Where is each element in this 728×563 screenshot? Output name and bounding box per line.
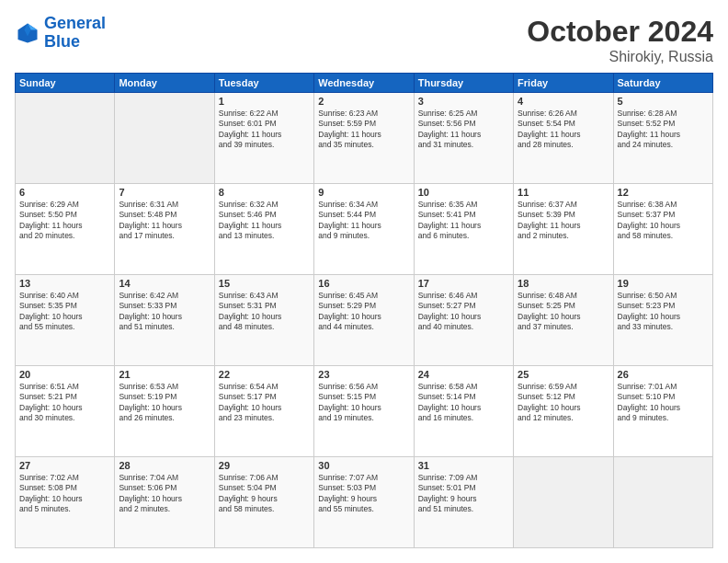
day-content: Sunrise: 6:26 AM Sunset: 5:54 PM Dayligh… [518, 109, 609, 151]
day-content: Sunrise: 6:34 AM Sunset: 5:44 PM Dayligh… [318, 200, 409, 242]
day-cell: 21Sunrise: 6:53 AM Sunset: 5:19 PM Dayli… [115, 366, 214, 457]
day-content: Sunrise: 6:43 AM Sunset: 5:31 PM Dayligh… [219, 291, 310, 333]
day-cell [115, 93, 214, 184]
calendar-body: 1Sunrise: 6:22 AM Sunset: 6:01 PM Daylig… [16, 93, 713, 548]
day-content: Sunrise: 6:25 AM Sunset: 5:56 PM Dayligh… [418, 109, 509, 151]
logo: General Blue [15, 15, 106, 52]
logo-line1: General [44, 14, 106, 32]
calendar-table: Sunday Monday Tuesday Wednesday Thursday… [15, 73, 713, 548]
day-content: Sunrise: 7:04 AM Sunset: 5:06 PM Dayligh… [119, 473, 210, 515]
day-number: 27 [19, 460, 110, 471]
day-cell: 20Sunrise: 6:51 AM Sunset: 5:21 PM Dayli… [16, 366, 115, 457]
day-number: 4 [518, 96, 609, 107]
day-cell: 26Sunrise: 7:01 AM Sunset: 5:10 PM Dayli… [613, 366, 712, 457]
day-number: 1 [219, 96, 310, 107]
day-content: Sunrise: 6:56 AM Sunset: 5:15 PM Dayligh… [318, 382, 409, 424]
header: General Blue October 2024 Shirokiy, Russ… [15, 15, 713, 65]
day-number: 17 [418, 278, 509, 289]
day-content: Sunrise: 6:38 AM Sunset: 5:37 PM Dayligh… [618, 200, 709, 242]
day-number: 12 [618, 187, 709, 198]
day-content: Sunrise: 6:22 AM Sunset: 6:01 PM Dayligh… [219, 109, 310, 151]
day-cell [613, 457, 712, 548]
day-cell: 11Sunrise: 6:37 AM Sunset: 5:39 PM Dayli… [514, 184, 613, 275]
week-row-5: 27Sunrise: 7:02 AM Sunset: 5:08 PM Dayli… [16, 457, 713, 548]
day-number: 6 [19, 187, 110, 198]
day-cell: 14Sunrise: 6:42 AM Sunset: 5:33 PM Dayli… [115, 275, 214, 366]
day-content: Sunrise: 6:40 AM Sunset: 5:35 PM Dayligh… [19, 291, 110, 333]
day-cell: 22Sunrise: 6:54 AM Sunset: 5:17 PM Dayli… [214, 366, 313, 457]
day-cell: 31Sunrise: 7:09 AM Sunset: 5:01 PM Dayli… [414, 457, 513, 548]
day-content: Sunrise: 6:35 AM Sunset: 5:41 PM Dayligh… [418, 200, 509, 242]
day-content: Sunrise: 6:31 AM Sunset: 5:48 PM Dayligh… [119, 200, 210, 242]
day-number: 31 [418, 460, 509, 471]
day-content: Sunrise: 6:29 AM Sunset: 5:50 PM Dayligh… [19, 200, 110, 242]
day-number: 22 [219, 369, 310, 380]
day-number: 3 [418, 96, 509, 107]
day-content: Sunrise: 6:23 AM Sunset: 5:59 PM Dayligh… [318, 109, 409, 151]
day-number: 8 [219, 187, 310, 198]
day-cell: 10Sunrise: 6:35 AM Sunset: 5:41 PM Dayli… [414, 184, 513, 275]
day-content: Sunrise: 6:37 AM Sunset: 5:39 PM Dayligh… [518, 200, 609, 242]
day-cell: 16Sunrise: 6:45 AM Sunset: 5:29 PM Dayli… [314, 275, 414, 366]
day-number: 13 [19, 278, 110, 289]
week-row-3: 13Sunrise: 6:40 AM Sunset: 5:35 PM Dayli… [16, 275, 713, 366]
col-friday: Friday [514, 74, 613, 93]
col-monday: Monday [115, 74, 214, 93]
day-cell: 3Sunrise: 6:25 AM Sunset: 5:56 PM Daylig… [414, 93, 513, 184]
day-number: 20 [19, 369, 110, 380]
col-tuesday: Tuesday [214, 74, 313, 93]
day-number: 9 [318, 187, 409, 198]
day-cell: 19Sunrise: 6:50 AM Sunset: 5:23 PM Dayli… [613, 275, 712, 366]
day-cell: 27Sunrise: 7:02 AM Sunset: 5:08 PM Dayli… [16, 457, 115, 548]
day-number: 23 [318, 369, 409, 380]
day-content: Sunrise: 7:07 AM Sunset: 5:03 PM Dayligh… [318, 473, 409, 515]
day-cell: 8Sunrise: 6:32 AM Sunset: 5:46 PM Daylig… [214, 184, 313, 275]
day-number: 19 [618, 278, 709, 289]
day-content: Sunrise: 6:53 AM Sunset: 5:19 PM Dayligh… [119, 382, 210, 424]
day-number: 14 [119, 278, 210, 289]
calendar-header: Sunday Monday Tuesday Wednesday Thursday… [16, 74, 713, 93]
logo-line2: Blue [44, 32, 80, 51]
day-content: Sunrise: 6:32 AM Sunset: 5:46 PM Dayligh… [219, 200, 310, 242]
day-cell: 28Sunrise: 7:04 AM Sunset: 5:06 PM Dayli… [115, 457, 214, 548]
month-title: October 2024 [527, 15, 713, 49]
week-row-2: 6Sunrise: 6:29 AM Sunset: 5:50 PM Daylig… [16, 184, 713, 275]
day-content: Sunrise: 6:58 AM Sunset: 5:14 PM Dayligh… [418, 382, 509, 424]
day-cell: 1Sunrise: 6:22 AM Sunset: 6:01 PM Daylig… [214, 93, 313, 184]
day-cell [514, 457, 613, 548]
day-cell: 2Sunrise: 6:23 AM Sunset: 5:59 PM Daylig… [314, 93, 414, 184]
day-number: 10 [418, 187, 509, 198]
day-cell: 30Sunrise: 7:07 AM Sunset: 5:03 PM Dayli… [314, 457, 414, 548]
day-cell: 18Sunrise: 6:48 AM Sunset: 5:25 PM Dayli… [514, 275, 613, 366]
day-content: Sunrise: 7:09 AM Sunset: 5:01 PM Dayligh… [418, 473, 509, 515]
day-content: Sunrise: 6:28 AM Sunset: 5:52 PM Dayligh… [618, 109, 709, 151]
day-content: Sunrise: 6:46 AM Sunset: 5:27 PM Dayligh… [418, 291, 509, 333]
day-number: 5 [618, 96, 709, 107]
day-number: 15 [219, 278, 310, 289]
day-content: Sunrise: 7:06 AM Sunset: 5:04 PM Dayligh… [219, 473, 310, 515]
logo-text: General Blue [44, 15, 106, 52]
subtitle: Shirokiy, Russia [527, 49, 713, 65]
day-cell: 12Sunrise: 6:38 AM Sunset: 5:37 PM Dayli… [613, 184, 712, 275]
day-cell: 25Sunrise: 6:59 AM Sunset: 5:12 PM Dayli… [514, 366, 613, 457]
day-content: Sunrise: 6:45 AM Sunset: 5:29 PM Dayligh… [318, 291, 409, 333]
day-number: 21 [119, 369, 210, 380]
day-content: Sunrise: 6:59 AM Sunset: 5:12 PM Dayligh… [518, 382, 609, 424]
day-cell: 29Sunrise: 7:06 AM Sunset: 5:04 PM Dayli… [214, 457, 313, 548]
day-content: Sunrise: 6:42 AM Sunset: 5:33 PM Dayligh… [119, 291, 210, 333]
day-number: 16 [318, 278, 409, 289]
day-cell: 24Sunrise: 6:58 AM Sunset: 5:14 PM Dayli… [414, 366, 513, 457]
day-number: 24 [418, 369, 509, 380]
page: General Blue October 2024 Shirokiy, Russ… [0, 0, 728, 563]
day-number: 11 [518, 187, 609, 198]
day-cell: 4Sunrise: 6:26 AM Sunset: 5:54 PM Daylig… [514, 93, 613, 184]
day-cell: 6Sunrise: 6:29 AM Sunset: 5:50 PM Daylig… [16, 184, 115, 275]
day-cell: 7Sunrise: 6:31 AM Sunset: 5:48 PM Daylig… [115, 184, 214, 275]
day-number: 28 [119, 460, 210, 471]
day-cell [16, 93, 115, 184]
col-sunday: Sunday [16, 74, 115, 93]
day-number: 7 [119, 187, 210, 198]
week-row-4: 20Sunrise: 6:51 AM Sunset: 5:21 PM Dayli… [16, 366, 713, 457]
col-thursday: Thursday [414, 74, 513, 93]
col-wednesday: Wednesday [314, 74, 414, 93]
